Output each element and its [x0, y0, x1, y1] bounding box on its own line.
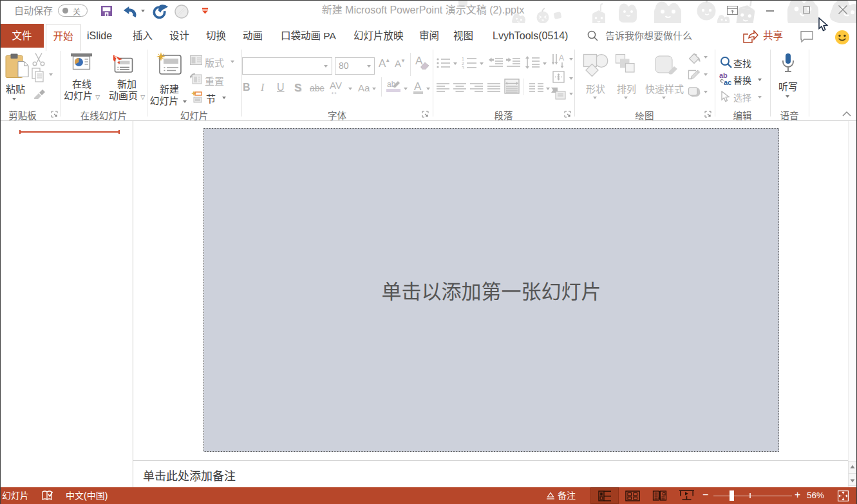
svg-text:1: 1	[462, 57, 464, 61]
svg-text:A: A	[559, 54, 564, 62]
svg-text:ac: ac	[724, 79, 731, 86]
svg-text:3: 3	[462, 66, 464, 70]
